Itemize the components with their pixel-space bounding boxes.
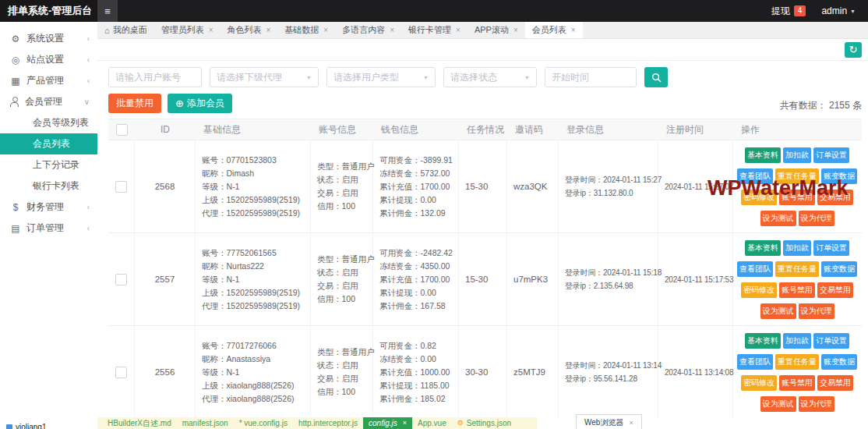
action-button[interactable]: 加扣款 [783,240,811,256]
tab-close-icon[interactable]: × [403,417,407,429]
sidebar-subitem-label: 上下分记录 [33,158,79,172]
sidebar-item[interactable]: ▤ 订单管理 ‹ [0,218,97,239]
action-button[interactable]: 交易禁用 [817,375,853,391]
batch-disable-button[interactable]: 批量禁用 [108,94,161,113]
account-input[interactable] [108,67,202,87]
nav-tab[interactable]: APP滚动 × [468,22,525,38]
hamburger-button[interactable]: ≡ [97,0,118,22]
action-button[interactable]: 基本资料 [745,333,781,349]
action-button[interactable]: 设为代理 [799,211,834,226]
action-button[interactable]: 设为代理 [799,303,834,319]
info-line: 可用资金：-2482.42 [379,246,452,260]
info-line: 账号：77017276066 [202,339,304,353]
agent-select[interactable]: 请选择下级代理 ▼ [210,67,319,87]
web-browser-tab[interactable]: Web浏览器 × [576,414,642,429]
filter-row: 请选择下级代理 ▼ 请选择用户类型 ▼ 请选择状态 ▼ [108,67,862,87]
refresh-button[interactable]: ↻ [845,42,862,58]
sidebar-item-label: 产品管理 [26,74,87,87]
sidebar-subitem[interactable]: 上下分记录 [0,154,97,176]
cell-checkbox [108,140,135,232]
cell-invite-code: wza3QK [507,140,559,232]
info-line: 等级：N-1 [202,180,304,193]
file-tab[interactable]: config.js × [363,417,412,429]
finance-icon: $ [10,202,21,213]
file-tab[interactable]: ⚙ Settings.json [452,417,517,429]
action-button[interactable]: 订单设置 [813,333,849,349]
user-type-select[interactable]: 请选择用户类型 ▼ [326,67,436,87]
info-line: 代理：15202595989(2519) [202,300,304,313]
sidebar-item[interactable]: 会员管理 ∨ [0,91,97,112]
row-checkbox[interactable] [115,367,127,378]
sidebar-subitem[interactable]: 银行卡列表 [0,176,97,197]
sidebar-item[interactable]: ◎ 站点设置 ‹ [0,49,97,70]
admin-menu[interactable]: admin ▼ [821,5,856,16]
status-select[interactable]: 请选择状态 ▼ [443,67,537,87]
start-time-input[interactable] [545,67,637,87]
nav-tab-label: 管理员列表 [161,24,204,36]
action-button[interactable]: 设为测试 [760,211,796,226]
action-button[interactable]: 加扣款 [783,333,811,349]
row-checkbox[interactable] [115,181,127,193]
info-line: 昵称：Dimash [202,167,304,180]
tab-close-icon[interactable]: × [209,26,213,34]
action-button[interactable]: 设为代理 [799,396,834,412]
info-line: 登录ip：2.135.64.98 [565,279,651,292]
withdraw-link[interactable]: 提现 4 [771,5,806,18]
action-button[interactable]: 查看团队 [737,354,773,370]
info-line: 累计充值：1700.00 [379,273,452,286]
action-button[interactable]: 订单设置 [813,147,849,163]
add-member-button[interactable]: ⊕ 添加会员 [168,94,232,113]
nav-tab[interactable]: 多语言内容 × [335,22,401,38]
watermark: WPWaterMark [707,176,849,200]
tab-close-icon[interactable]: × [456,26,460,34]
file-tab[interactable]: App.vue [412,417,452,429]
select-all-checkbox[interactable] [116,124,128,136]
tab-close-icon[interactable]: × [390,26,394,34]
action-button[interactable]: 基本资料 [745,147,781,163]
file-tab[interactable]: HBuilderX自述.md [102,417,177,429]
tab-close-icon[interactable]: × [323,26,328,34]
sidebar-item-label: 财务管理 [26,200,87,214]
action-button[interactable]: 加扣款 [783,147,811,163]
sidebar-item[interactable]: $ 财务管理 ‹ [0,197,97,218]
tab-close-icon[interactable]: × [629,419,633,427]
file-tab-label: Settings.json [467,417,511,429]
action-button[interactable]: 账号禁用 [779,375,815,391]
tab-close-icon[interactable]: × [513,26,518,34]
nav-tab[interactable]: 会员列表 × [525,22,583,38]
nav-tab[interactable]: 基础数据 × [277,22,335,38]
action-button[interactable]: 账变数据 [821,354,857,370]
action-button[interactable]: 密码修改 [741,375,777,391]
chevron-icon: ∨ [84,98,90,106]
cell-base-info: 账号：77752061565昵称：Nurtas222等级：N-1上级：15202… [196,233,311,325]
nav-tab[interactable]: ⌂ 我的桌面 [97,22,154,38]
action-button[interactable]: 交易禁用 [817,282,853,298]
action-button[interactable]: 账号禁用 [779,282,815,298]
sidebar-subitem[interactable]: 会员等级列表 [0,112,97,133]
nav-tab-label: 基础数据 [284,24,319,36]
nav-tab[interactable]: 管理员列表 × [154,22,221,38]
row-checkbox[interactable] [115,274,127,285]
cell-login-info: 登录时间：2024-01-11 13:14登录ip：95.56.141.28 [559,326,658,417]
header-cell: 账号信息 [311,123,373,136]
action-button[interactable]: 重置任务量 [775,354,819,370]
action-button[interactable]: 订单设置 [813,240,849,256]
file-tab[interactable]: manifest.json [177,417,234,429]
sidebar-subitem[interactable]: 会员列表 [0,133,97,154]
nav-tab[interactable]: 银行卡管理 × [401,22,468,38]
file-tab[interactable]: * vue.config.js [234,417,293,429]
action-button[interactable]: 重置任务量 [775,261,819,277]
action-button[interactable]: 密码修改 [741,282,777,298]
file-tab[interactable]: http.interceptor.js [293,417,363,429]
sidebar-item[interactable]: ▦ 产品管理 ‹ [0,70,97,91]
nav-tab[interactable]: 角色列表 × [221,22,278,38]
action-button[interactable]: 基本资料 [745,240,781,256]
action-button[interactable]: 设为测试 [760,396,796,412]
tab-close-icon[interactable]: × [266,26,271,34]
sidebar-item[interactable]: ⚙ 系统设置 ‹ [0,28,97,49]
tab-close-icon[interactable]: × [571,26,576,34]
action-button[interactable]: 设为测试 [760,303,796,319]
action-button[interactable]: 账变数据 [821,261,857,277]
action-button[interactable]: 查看团队 [737,261,773,277]
search-button[interactable] [644,67,668,87]
